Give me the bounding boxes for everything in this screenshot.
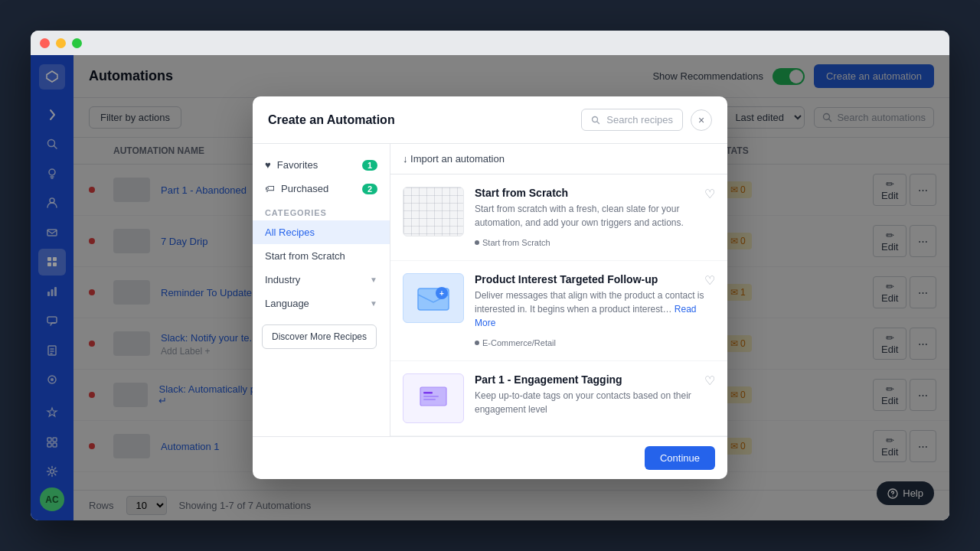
sidebar-item-purchased-content: 🏷 Purchased bbox=[265, 183, 328, 194]
svg-point-21 bbox=[593, 116, 598, 122]
tag-dot bbox=[475, 240, 479, 245]
recipe-description: Start from scratch with a fresh, clean s… bbox=[475, 202, 715, 230]
tag-label: E-Commerce/Retail bbox=[482, 338, 556, 347]
chevron-down-icon: ▼ bbox=[370, 276, 377, 284]
import-automation-button[interactable]: ↓ Import an automation bbox=[390, 144, 727, 174]
sidebar-item-industry[interactable]: Industry ▼ bbox=[253, 268, 390, 292]
recipe-info-engagement: Part 1 - Engagement Tagging ♡ Keep up-to… bbox=[475, 373, 715, 423]
recipe-tag: E-Commerce/Retail bbox=[475, 338, 556, 347]
purchased-count: 2 bbox=[362, 184, 377, 194]
recipe-tag: Start from Scratch bbox=[475, 238, 550, 247]
minimize-button[interactable] bbox=[56, 38, 66, 48]
favorite-icon[interactable]: ♡ bbox=[704, 187, 715, 201]
recipe-description: Keep up-to-date tags on your contacts ba… bbox=[475, 389, 715, 416]
language-label: Language bbox=[265, 298, 309, 309]
svg-rect-26 bbox=[423, 392, 433, 394]
sidebar-item-all-recipes[interactable]: All Recipes bbox=[253, 220, 390, 244]
sidebar-item-start-from-scratch[interactable]: Start from Scratch bbox=[253, 244, 390, 268]
tag-dot bbox=[475, 341, 479, 345]
modal-search-placeholder: Search recipes bbox=[606, 114, 673, 126]
all-recipes-label: All Recipes bbox=[265, 227, 315, 238]
close-button[interactable] bbox=[40, 38, 50, 48]
modal-close-button[interactable]: × bbox=[691, 109, 712, 131]
sidebar-item-favorites-content: ♥ Favorites bbox=[265, 159, 318, 171]
modal-body: ♥ Favorites 1 🏷 Purchased 2 bbox=[253, 144, 727, 436]
recipe-info-scratch: Start from Scratch ♡ Start from scratch … bbox=[475, 187, 715, 248]
sidebar-item-favorites[interactable]: ♥ Favorites 1 bbox=[253, 153, 390, 177]
recipe-card-scratch[interactable]: Start from Scratch ♡ Start from scratch … bbox=[390, 174, 727, 261]
tag-label: Start from Scratch bbox=[482, 238, 550, 247]
recipe-card-product-interest[interactable]: + Product Interest Targeted Follow-up ♡ … bbox=[390, 261, 727, 361]
recipe-description: Deliver messages that align with the pro… bbox=[475, 289, 715, 330]
modal-sidebar: ♥ Favorites 1 🏷 Purchased 2 bbox=[253, 144, 390, 436]
sidebar-item-purchased[interactable]: 🏷 Purchased 2 bbox=[253, 177, 390, 201]
sidebar-item-language[interactable]: Language ▼ bbox=[253, 292, 390, 315]
recipe-top: Part 1 - Engagement Tagging ♡ bbox=[475, 373, 715, 389]
recipe-title: Part 1 - Engagement Tagging bbox=[475, 373, 622, 386]
recipe-title: Start from Scratch bbox=[475, 187, 568, 199]
favorite-icon[interactable]: ♡ bbox=[704, 373, 715, 388]
recipe-thumbnail-engagement bbox=[403, 373, 464, 423]
recipe-top: Start from Scratch ♡ bbox=[475, 187, 715, 202]
categories-section-label: CATEGORIES bbox=[253, 201, 390, 220]
svg-text:+: + bbox=[439, 289, 444, 298]
heart-icon: ♥ bbox=[265, 159, 271, 171]
maximize-button[interactable] bbox=[72, 38, 82, 48]
modal-recipes: ↓ Import an automation Start from Scratc… bbox=[390, 144, 727, 436]
start-from-scratch-label: Start from Scratch bbox=[265, 250, 345, 262]
create-automation-modal: Create an Automation Search recipes × bbox=[253, 96, 727, 479]
recipe-thumbnail-product: + bbox=[403, 273, 464, 323]
favorites-count: 1 bbox=[362, 160, 377, 171]
svg-rect-27 bbox=[423, 396, 439, 397]
continue-button[interactable]: Continue bbox=[645, 446, 715, 470]
purchased-label: Purchased bbox=[281, 183, 328, 194]
purchased-icon: 🏷 bbox=[265, 183, 275, 194]
discover-more-recipes-button[interactable]: Discover More Recipes bbox=[262, 324, 377, 349]
favorites-label: Favorites bbox=[277, 159, 318, 171]
modal-overlay: Create an Automation Search recipes × bbox=[31, 55, 949, 520]
browser-window: AC Automations Show Recommendations Crea… bbox=[31, 31, 949, 520]
favorite-icon[interactable]: ♡ bbox=[704, 273, 715, 288]
modal-footer: Continue bbox=[253, 436, 727, 479]
chevron-down-icon: ▼ bbox=[370, 299, 377, 308]
browser-titlebar bbox=[31, 31, 949, 55]
recipe-thumbnail-scratch bbox=[403, 187, 464, 236]
recipe-top: Product Interest Targeted Follow-up ♡ bbox=[475, 273, 715, 289]
modal-header: Create an Automation Search recipes × bbox=[253, 96, 727, 144]
industry-label: Industry bbox=[265, 274, 300, 285]
recipe-title: Product Interest Targeted Follow-up bbox=[475, 273, 658, 285]
recipe-info-product: Product Interest Targeted Follow-up ♡ De… bbox=[475, 273, 715, 348]
modal-title: Create an Automation bbox=[268, 113, 395, 127]
recipe-card-engagement[interactable]: Part 1 - Engagement Tagging ♡ Keep up-to… bbox=[390, 361, 727, 436]
svg-rect-28 bbox=[423, 399, 436, 400]
read-more-link[interactable]: Read More bbox=[475, 304, 697, 328]
modal-search-box[interactable]: Search recipes bbox=[581, 109, 683, 131]
